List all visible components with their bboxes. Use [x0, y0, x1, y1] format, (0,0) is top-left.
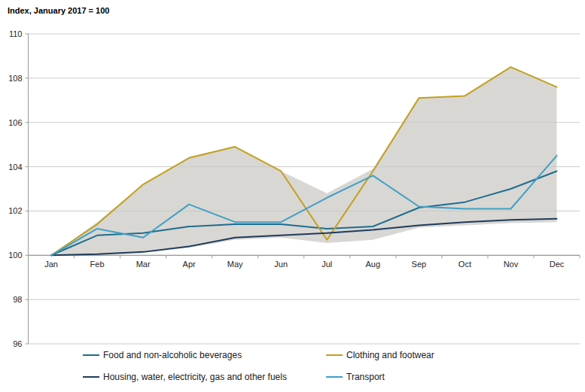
chart-page: Index, January 2017 = 100 96981001021041… [0, 0, 585, 392]
legend-swatch [83, 376, 99, 378]
legend-swatch [83, 354, 99, 356]
x-tick-label: Aug [366, 260, 381, 269]
legend-item: Housing, water, electricity, gas and oth… [83, 371, 326, 382]
y-tick-label: 110 [9, 29, 23, 38]
legend-label: Clothing and footwear [346, 350, 434, 360]
legend-label: Transport [346, 372, 385, 382]
x-tick-label: Nov [504, 260, 519, 269]
x-tick-label: Jun [274, 260, 288, 269]
legend-label: Housing, water, electricity, gas and oth… [103, 372, 287, 382]
x-tick-label: Jan [44, 260, 58, 269]
y-tick-label: 102 [8, 206, 22, 215]
y-tick-label: 104 [8, 163, 22, 172]
x-tick-label: Oct [459, 260, 471, 269]
chart-legend: Food and non-alcoholic beveragesClothing… [83, 349, 434, 382]
y-tick-label: 100 [8, 251, 22, 260]
legend-swatch [326, 354, 343, 356]
x-tick-label: Apr [183, 260, 196, 269]
y-tick-label: 96 [13, 339, 22, 348]
x-tick-label: Sep [412, 260, 427, 269]
x-tick-label: Dec [550, 260, 565, 269]
x-tick-label: Mar [136, 260, 151, 269]
legend-label: Food and non-alcoholic beverages [103, 350, 242, 360]
legend-item: Transport [326, 371, 434, 382]
legend-swatch [326, 376, 343, 378]
legend-item: Clothing and footwear [326, 349, 434, 360]
chart-svg: 9698100102104106108110JanFebMarAprMayJun… [0, 0, 585, 392]
x-tick-label: Feb [90, 260, 105, 269]
y-tick-label: 106 [8, 118, 22, 127]
x-tick-label: May [227, 260, 243, 269]
y-tick-label: 98 [13, 295, 22, 304]
x-tick-label: Jul [321, 260, 332, 269]
legend-item: Food and non-alcoholic beverages [83, 349, 326, 360]
y-tick-label: 108 [8, 74, 22, 83]
